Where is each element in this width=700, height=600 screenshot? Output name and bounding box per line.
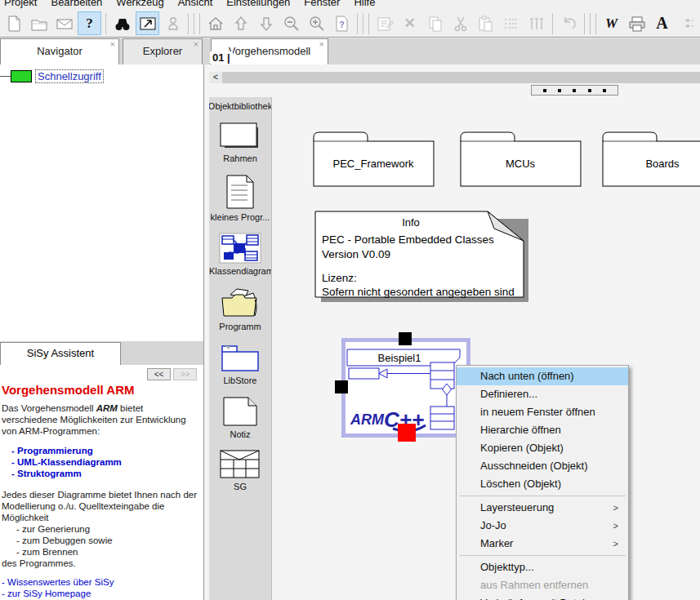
assistant-forward-button[interactable]: >> xyxy=(173,368,197,380)
menu-item-hierarchie[interactable]: Hierarchie öffnen xyxy=(457,421,628,439)
menu-item-layersteuerung[interactable]: Layersteuerung> xyxy=(457,499,628,517)
close-icon[interactable]: × xyxy=(110,40,115,49)
tab-strip: Navigator × Explorer × Vorgehensmodell × xyxy=(0,38,700,64)
menu-item-label: Verknüpfung mit Datei xyxy=(480,597,585,600)
selection-handle-left[interactable] xyxy=(335,380,348,393)
tree-item-schnellzugriff[interactable]: Schnellzugriff xyxy=(0,69,103,83)
tree-node-icon[interactable] xyxy=(11,70,32,82)
font-button[interactable]: A xyxy=(650,11,674,35)
link-wissenswertes[interactable]: - Wissenswertes über SiSy xyxy=(2,576,203,588)
menu-item-jojo[interactable]: Jo-Jo> xyxy=(457,517,628,535)
main-toolbar: ? ? ✕ xyxy=(0,10,700,38)
menu-separator xyxy=(459,496,626,496)
tab-vorgehensmodell-label: Vorgehensmodell xyxy=(229,45,310,57)
navigate-down-button[interactable] xyxy=(254,11,278,35)
mail-button[interactable] xyxy=(52,11,76,35)
tab-navigator[interactable]: Navigator × xyxy=(0,38,119,64)
zoom-in-button[interactable] xyxy=(305,11,328,35)
columns-button[interactable] xyxy=(524,11,548,35)
insert-reference-button[interactable] xyxy=(675,11,699,35)
palette-title: Objektbibliothek xyxy=(209,101,272,111)
open-project-button[interactable] xyxy=(27,11,51,35)
properties-button[interactable] xyxy=(372,11,396,35)
word-export-button[interactable]: W xyxy=(600,11,623,35)
menu-fenster[interactable]: Fenster xyxy=(304,0,340,8)
print-button[interactable] xyxy=(625,11,649,35)
menu-hilfe[interactable]: Hilfe xyxy=(354,0,375,8)
cut-button[interactable] xyxy=(448,11,472,35)
assistant-button[interactable] xyxy=(161,11,185,35)
assistant-tab-strip: SiSy Assistent xyxy=(0,341,204,365)
document-help-button[interactable]: ? xyxy=(330,11,354,35)
toolbar-separator xyxy=(584,13,585,34)
page-marker-box[interactable] xyxy=(531,85,618,96)
menu-einstellungen[interactable]: Einstellungen xyxy=(226,0,290,8)
tree-branch-line xyxy=(0,76,11,77)
toolbar-separator xyxy=(590,13,591,34)
help-button[interactable]: ? xyxy=(78,11,101,35)
tab-explorer[interactable]: Explorer × xyxy=(123,38,203,64)
close-icon[interactable]: × xyxy=(194,40,198,49)
scroll-left-icon[interactable]: < xyxy=(209,72,222,83)
new-document-button[interactable] xyxy=(2,11,25,35)
selection-handle-top[interactable] xyxy=(399,332,412,345)
undo-button[interactable] xyxy=(557,11,581,35)
search-button[interactable] xyxy=(110,11,134,35)
menu-item-marker[interactable]: Marker> xyxy=(457,535,628,553)
red-marker[interactable] xyxy=(398,424,416,442)
menu-item-neues-fenster[interactable]: in neuem Fenster öffnen xyxy=(457,403,628,421)
package-label: Boards xyxy=(645,158,680,170)
package-mcus[interactable]: MCUs xyxy=(460,131,582,188)
paste-button[interactable] xyxy=(474,11,497,35)
document-help-icon: ? xyxy=(333,15,351,33)
menu-item-verknuepfung[interactable]: Verknüpfung mit Datei> xyxy=(457,594,628,600)
link-uml-klassendiagramm[interactable]: - UML-Klassendiagramm xyxy=(11,456,203,468)
palette-item-kleines-programm[interactable]: kleines Progr... xyxy=(211,174,270,222)
diagram-object-beispiel1[interactable]: Beispiel1 ARM C++ xyxy=(341,338,470,438)
link-programmierung[interactable]: - Programmierung xyxy=(11,445,203,456)
palette-item-libstore[interactable]: LibStore xyxy=(220,342,261,385)
copy-button[interactable] xyxy=(423,11,447,35)
fit-window-button[interactable] xyxy=(136,11,159,35)
menu-item-definieren[interactable]: Definieren... xyxy=(457,385,628,403)
menu-werkzeug[interactable]: Werkzeug xyxy=(116,0,163,8)
menu-item-ausschneiden[interactable]: Ausschneiden (Objekt) xyxy=(457,457,628,475)
help-icon: ? xyxy=(86,16,93,32)
toolbar-separator xyxy=(368,13,369,34)
menu-item-kopieren[interactable]: Kopieren (Objekt) xyxy=(457,439,628,457)
info-note[interactable]: Info PEC - Portable Embedded Classes Ver… xyxy=(314,211,533,307)
link-homepage[interactable]: - zur SiSy Homepage xyxy=(2,588,203,599)
diagram-canvas[interactable]: 01 | < Objektbibliothek Rahmen kleines P… xyxy=(205,64,700,600)
assistant-paragraph-1: Das Vorgehensmodell ARM bietet verschied… xyxy=(2,402,201,437)
menu-item-objekttyp[interactable]: Objekttyp... xyxy=(457,558,628,576)
package-boards[interactable]: Boards xyxy=(602,131,700,188)
menu-projekt[interactable]: Projekt xyxy=(4,0,37,8)
menu-item-loeschen[interactable]: Löschen (Objekt) xyxy=(457,475,628,493)
menu-ansicht[interactable]: Ansicht xyxy=(178,0,213,8)
zoom-out-button[interactable] xyxy=(279,11,303,35)
tab-sisy-assistent[interactable]: SiSy Assistent xyxy=(0,342,121,365)
package-label: PEC_Framework xyxy=(333,158,414,170)
assistant-back-button[interactable]: << xyxy=(147,368,171,380)
fit-window-icon xyxy=(139,15,157,33)
search-binoculars-icon xyxy=(114,15,132,33)
palette-item-sg[interactable]: SG xyxy=(220,450,261,491)
palette-item-programm[interactable]: Programm xyxy=(219,287,261,331)
toolbar-separator xyxy=(188,13,189,34)
toolbar-separator xyxy=(105,13,106,34)
palette-item-notiz[interactable]: Notiz xyxy=(222,396,258,439)
horizontal-scrollbar[interactable]: < xyxy=(209,72,700,83)
import-list-button[interactable] xyxy=(499,11,523,35)
insert-reference-icon xyxy=(679,15,697,33)
package-pec-framework[interactable]: PEC_Framework xyxy=(313,131,435,188)
palette-item-klassendiagramm[interactable]: Klassendiagramm xyxy=(209,233,271,276)
palette-item-rahmen[interactable]: Rahmen xyxy=(219,122,261,163)
delete-button[interactable]: ✕ xyxy=(398,11,421,35)
close-icon[interactable]: × xyxy=(319,40,324,49)
navigate-up-button[interactable] xyxy=(229,11,252,35)
tree-item-label[interactable]: Schnellzugriff xyxy=(36,70,103,82)
menu-bearbeiten[interactable]: Bearbeiten xyxy=(51,0,102,8)
home-button[interactable] xyxy=(203,11,227,35)
menu-item-nach-unten[interactable]: Nach unten (öffnen) xyxy=(457,367,628,385)
link-struktogramm[interactable]: - Struktogramm xyxy=(11,468,203,479)
